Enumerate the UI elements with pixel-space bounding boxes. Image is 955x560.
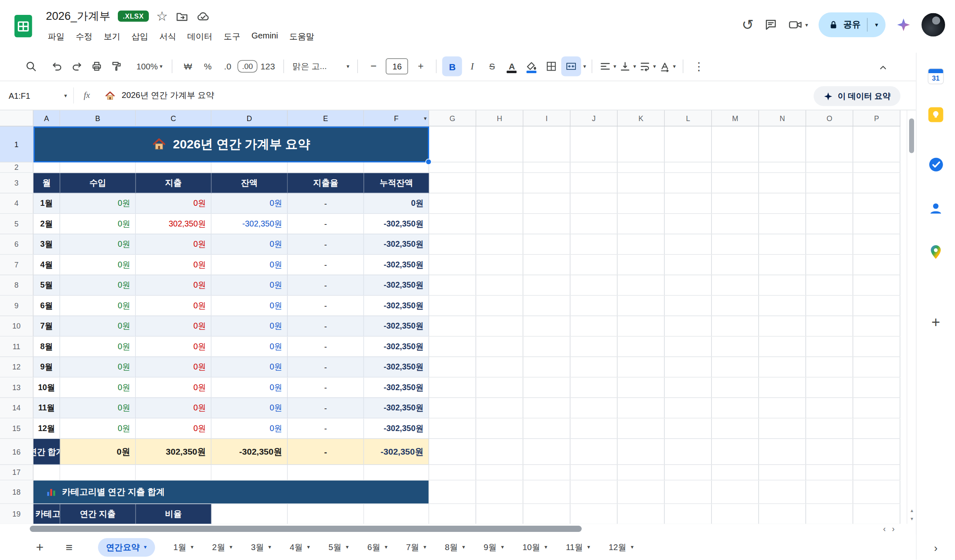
- menu-data[interactable]: 데이터: [182, 29, 218, 45]
- star-icon[interactable]: ☆: [156, 9, 168, 24]
- text-color-button[interactable]: A: [502, 57, 522, 76]
- row-header-16[interactable]: 16: [0, 439, 33, 465]
- empty-columns-14[interactable]: [429, 398, 900, 419]
- col-header-N[interactable]: N: [759, 110, 806, 126]
- sheet-tab-month-4[interactable]: 4월▾: [290, 542, 310, 553]
- cell-B13[interactable]: 0원: [60, 378, 136, 398]
- italic-button[interactable]: I: [462, 57, 482, 76]
- cell-F17[interactable]: [364, 465, 430, 481]
- cell-D5[interactable]: -302,350원: [212, 214, 288, 235]
- paint-format-button[interactable]: [107, 57, 127, 76]
- cell-E4[interactable]: -: [288, 193, 364, 214]
- row-header-11[interactable]: 11: [0, 337, 33, 357]
- add-sheet-button[interactable]: +: [36, 540, 43, 555]
- vertical-scrollbar-thumb[interactable]: [909, 119, 914, 153]
- cell-B11[interactable]: 0원: [60, 337, 136, 357]
- cell-A19-header[interactable]: 카테고리: [33, 504, 60, 524]
- cell-A17[interactable]: [33, 465, 60, 481]
- cell-B8[interactable]: 0원: [60, 275, 136, 296]
- menu-tools[interactable]: 도구: [218, 29, 246, 45]
- cell-F6[interactable]: -302,350원: [364, 234, 430, 255]
- cell-B9[interactable]: 0원: [60, 296, 136, 317]
- cell-A18-category-banner[interactable]: 카테고리별 연간 지출 합계: [33, 481, 429, 504]
- share-button[interactable]: 공유 ▾: [819, 12, 886, 37]
- cell-C8[interactable]: 0원: [136, 275, 212, 296]
- cell-F19[interactable]: [364, 504, 430, 524]
- print-button[interactable]: [87, 57, 107, 76]
- sheet-tab-caret[interactable]: ▾: [384, 544, 387, 550]
- cell-F15[interactable]: -302,350원: [364, 419, 430, 439]
- row-header-12[interactable]: 12: [0, 357, 33, 378]
- increase-font-size-button[interactable]: +: [411, 57, 431, 76]
- search-menus-button[interactable]: [21, 57, 41, 76]
- cell-D19[interactable]: [212, 504, 288, 524]
- cell-D15[interactable]: 0원: [212, 419, 288, 439]
- strikethrough-button[interactable]: S: [482, 57, 502, 76]
- cell-E3-header[interactable]: 지출율: [288, 173, 364, 194]
- cell-C19-header[interactable]: 비율: [136, 504, 212, 524]
- cell-E8[interactable]: -: [288, 275, 364, 296]
- cell-E17[interactable]: [288, 465, 364, 481]
- empty-columns-5[interactable]: [429, 214, 900, 235]
- merge-cells-caret[interactable]: ▾: [583, 64, 586, 69]
- cell-F9[interactable]: -302,350원: [364, 296, 430, 317]
- cell-E13[interactable]: -: [288, 378, 364, 398]
- sheet-tab-caret[interactable]: ▾: [191, 544, 193, 550]
- col-header-F[interactable]: F▾: [364, 110, 430, 126]
- cell-B2[interactable]: [60, 162, 136, 173]
- selection-fill-handle[interactable]: [425, 159, 432, 165]
- col-header-E[interactable]: E: [288, 110, 364, 126]
- row-header-19[interactable]: 19: [0, 504, 33, 524]
- sheet-tab-caret[interactable]: ▾: [144, 544, 147, 550]
- more-formats-button[interactable]: 123: [258, 57, 278, 76]
- col-header-G[interactable]: G: [429, 110, 476, 126]
- name-box[interactable]: A1:F1▾: [0, 91, 73, 100]
- text-rotation-button[interactable]: ▾: [657, 57, 677, 76]
- menu-view[interactable]: 보기: [98, 29, 126, 45]
- cell-B7[interactable]: 0원: [60, 255, 136, 276]
- sheets-logo-icon[interactable]: [14, 14, 33, 38]
- cell-C6[interactable]: 0원: [136, 234, 212, 255]
- cell-F4[interactable]: 0원: [364, 193, 430, 214]
- row-header-15[interactable]: 15: [0, 419, 33, 439]
- cell-A12[interactable]: 9월: [33, 357, 60, 378]
- cell-B12[interactable]: 0원: [60, 357, 136, 378]
- empty-columns-8[interactable]: [429, 275, 900, 296]
- keep-app-icon[interactable]: [917, 107, 955, 123]
- font-size-input[interactable]: 16: [386, 58, 408, 74]
- cell-D3-header[interactable]: 잔액: [212, 173, 288, 194]
- cell-C4[interactable]: 0원: [136, 193, 212, 214]
- row-header-4[interactable]: 4: [0, 193, 33, 214]
- cell-A9[interactable]: 6월: [33, 296, 60, 317]
- col-header-D[interactable]: D: [212, 110, 288, 126]
- cell-E12[interactable]: -: [288, 357, 364, 378]
- cell-C7[interactable]: 0원: [136, 255, 212, 276]
- cell-F13[interactable]: -302,350원: [364, 378, 430, 398]
- row-header-6[interactable]: 6: [0, 234, 33, 255]
- cell-A2[interactable]: [33, 162, 60, 173]
- sheet-tab-month-7[interactable]: 7월▾: [406, 542, 426, 553]
- formula-input[interactable]: 2026년 연간 가계부 요약: [122, 90, 214, 101]
- row-header-13[interactable]: 13: [0, 378, 33, 398]
- col-header-K[interactable]: K: [618, 110, 665, 126]
- cell-E10[interactable]: -: [288, 316, 364, 337]
- maps-app-icon[interactable]: [917, 244, 955, 260]
- cell-F14[interactable]: -302,350원: [364, 398, 430, 419]
- cell-C3-header[interactable]: 지출: [136, 173, 212, 194]
- move-folder-icon[interactable]: [175, 10, 189, 23]
- menu-format[interactable]: 서식: [154, 29, 182, 45]
- cell-A4[interactable]: 1월: [33, 193, 60, 214]
- hide-toolbar-button[interactable]: [873, 58, 893, 78]
- cell-D17[interactable]: [212, 465, 288, 481]
- cell-E7[interactable]: -: [288, 255, 364, 276]
- cell-B4[interactable]: 0원: [60, 193, 136, 214]
- grid-corner[interactable]: [0, 110, 33, 126]
- cell-B3-header[interactable]: 수입: [60, 173, 136, 194]
- cell-C17[interactable]: [136, 465, 212, 481]
- cell-C5[interactable]: 302,350원: [136, 214, 212, 235]
- col-header-H[interactable]: H: [476, 110, 523, 126]
- cell-B10[interactable]: 0원: [60, 316, 136, 337]
- cell-E6[interactable]: -: [288, 234, 364, 255]
- menu-file[interactable]: 파일: [42, 29, 70, 45]
- zoom-control[interactable]: 100%▾: [133, 57, 166, 76]
